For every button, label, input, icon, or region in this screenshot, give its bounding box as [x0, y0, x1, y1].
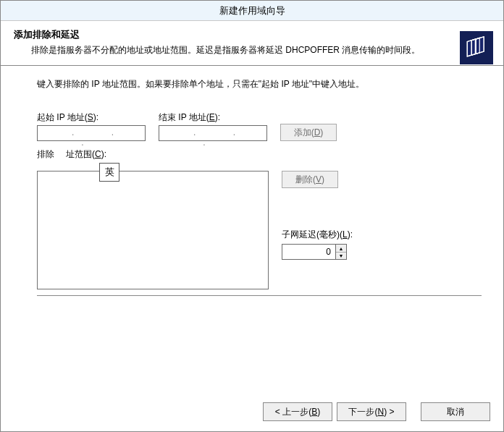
end-ip-group: 结束 IP 地址(E): . . .: [159, 111, 267, 141]
wizard-header-title: 添加排除和延迟: [14, 28, 490, 41]
dhcp-scope-icon: [460, 31, 493, 64]
start-ip-label: 起始 IP 地址(S):: [37, 111, 146, 124]
exclusion-area: 删除(V) 子网延迟(毫秒)(L): ▲ ▼: [37, 171, 482, 289]
spinner-down-button[interactable]: ▼: [336, 253, 346, 260]
window-titlebar: 新建作用域向导: [1, 1, 503, 21]
subnet-delay-label: 子网延迟(毫秒)(L):: [282, 229, 353, 241]
delete-button[interactable]: 删除(V): [282, 171, 338, 188]
subnet-delay-spinner: ▲ ▼: [282, 244, 353, 260]
start-ip-input[interactable]: . . .: [37, 125, 146, 141]
ime-indicator[interactable]: 英: [99, 163, 119, 182]
end-ip-label: 结束 IP 地址(E):: [159, 111, 267, 124]
start-ip-group: 起始 IP 地址(S): . . .: [37, 111, 146, 141]
next-button[interactable]: 下一步(N) >: [337, 402, 406, 421]
exclusion-range-label: 排除XX址范围(C):: [37, 148, 482, 161]
subnet-delay-input[interactable]: [282, 244, 335, 260]
wizard-body: 键入要排除的 IP 地址范围。如果要排除单个地址，只需在"起始 IP 地址"中键…: [1, 66, 503, 296]
spinner-up-button[interactable]: ▲: [336, 245, 346, 253]
wizard-header-description: 排除是指服务器不分配的地址或地址范围。延迟是指服务器将延迟 DHCPOFFER …: [31, 44, 490, 56]
window-title: 新建作用域向导: [219, 5, 285, 16]
wizard-footer: < 上一步(B) 下一步(N) > 取消: [1, 392, 503, 431]
back-button[interactable]: < 上一步(B): [263, 402, 332, 421]
wizard-header: 添加排除和延迟 排除是指服务器不分配的地址或地址范围。延迟是指服务器将延迟 DH…: [1, 21, 503, 66]
spinner-buttons: ▲ ▼: [335, 244, 347, 260]
exclusion-listbox[interactable]: [37, 171, 269, 289]
instruction-text: 键入要排除的 IP 地址范围。如果要排除单个地址，只需在"起始 IP 地址"中键…: [37, 79, 482, 90]
exclusion-right-column: 删除(V) 子网延迟(毫秒)(L): ▲ ▼: [282, 171, 353, 260]
add-button[interactable]: 添加(D): [280, 124, 337, 141]
subnet-delay-group: 子网延迟(毫秒)(L): ▲ ▼: [282, 229, 353, 260]
cancel-button[interactable]: 取消: [421, 402, 490, 421]
content-divider: [37, 295, 482, 296]
ip-range-row: 起始 IP 地址(S): . . . 结束 IP 地址(E): . . . 添加…: [37, 111, 482, 141]
end-ip-input[interactable]: . . .: [159, 125, 267, 141]
